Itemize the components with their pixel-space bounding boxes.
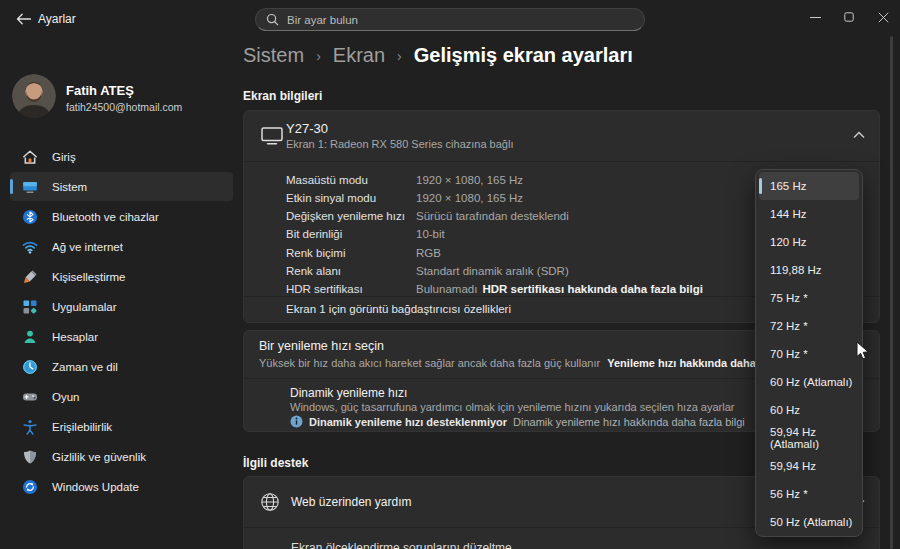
maximize-icon bbox=[844, 12, 854, 22]
dropdown-option[interactable]: 59,94 Hz bbox=[759, 452, 859, 480]
user-email: fatih24500@hotmail.com bbox=[66, 101, 182, 113]
dropdown-option[interactable]: 50 Hz (Atlamalı) bbox=[759, 508, 859, 536]
display-info-header: Ekran bilgileri bbox=[243, 89, 322, 103]
dynamic-refresh-info-link[interactable]: Dinamik yenileme hızı hakkında daha fazl… bbox=[513, 416, 745, 428]
breadcrumb: Sistem › Ekran › Gelişmiş ekran ayarları bbox=[243, 44, 633, 67]
dropdown-option[interactable]: 119,88 Hz bbox=[759, 256, 859, 284]
breadcrumb-system[interactable]: Sistem bbox=[243, 44, 304, 67]
dropdown-option[interactable]: 70 Hz * bbox=[759, 340, 859, 368]
user-photo bbox=[12, 74, 56, 118]
scrollbar[interactable] bbox=[890, 36, 893, 549]
detail-value: Bulunamadı bbox=[416, 283, 477, 295]
sidebar-item-label: Uygulamalar bbox=[52, 301, 117, 313]
sidebar-nav: GirişSistemBluetooth ve cihazlarAğ ve in… bbox=[10, 142, 233, 502]
sidebar-item-label: Ağ ve internet bbox=[52, 241, 123, 253]
dropdown-option[interactable]: 144 Hz bbox=[759, 200, 859, 228]
dropdown-option[interactable]: 165 Hz bbox=[759, 172, 859, 200]
back-button[interactable] bbox=[10, 9, 36, 29]
dropdown-option[interactable]: 60 Hz (Atlamalı) bbox=[759, 368, 859, 396]
adapter-properties-link[interactable]: Ekran 1 için görüntü bağdaştırıcısı özel… bbox=[286, 303, 511, 315]
sidebar-item-accounts[interactable]: Hesaplar bbox=[10, 322, 233, 351]
user-name: Fatih ATEŞ bbox=[66, 83, 134, 98]
sidebar-item-bluetooth[interactable]: Bluetooth ve cihazlar bbox=[10, 202, 233, 231]
sidebar-item-network[interactable]: Ağ ve internet bbox=[10, 232, 233, 261]
dropdown-option[interactable]: 60 Hz bbox=[759, 396, 859, 424]
minimize-button[interactable] bbox=[798, 0, 832, 34]
info-icon bbox=[290, 415, 303, 428]
back-arrow-icon bbox=[16, 13, 31, 25]
search-placeholder: Bir ayar bulun bbox=[287, 14, 358, 26]
sidebar-item-label: Hesaplar bbox=[52, 331, 98, 343]
close-button[interactable] bbox=[866, 0, 900, 34]
maximize-button[interactable] bbox=[832, 0, 866, 34]
detail-label: Değişken yenileme hızı bbox=[286, 210, 416, 222]
sidebar-item-label: Gizlilik ve güvenlik bbox=[52, 451, 146, 463]
dropdown-option[interactable]: 59,94 Hz (Atlamalı) bbox=[759, 424, 859, 452]
avatar[interactable] bbox=[12, 74, 56, 118]
detail-value: 1920 × 1080, 165 Hz bbox=[416, 174, 523, 186]
monitor-subtitle: Ekran 1: Radeon RX 580 Series cihazına b… bbox=[286, 138, 513, 150]
web-help-label: Web üzerinden yardım bbox=[291, 495, 412, 509]
dynamic-refresh-status-line: Dinamik yenileme hızı desteklenmiyor Din… bbox=[290, 415, 745, 428]
bluetooth-icon bbox=[22, 209, 38, 225]
sidebar-item-time-language[interactable]: Zaman ve dil bbox=[10, 352, 233, 381]
refresh-rate-subtitle: Yüksek bir hız daha akıcı hareket sağlar… bbox=[259, 357, 809, 369]
sidebar-item-system[interactable]: Sistem bbox=[10, 172, 233, 201]
search-icon bbox=[266, 13, 279, 26]
detail-value: RGB bbox=[416, 247, 441, 259]
update-icon bbox=[22, 479, 38, 495]
sidebar-item-accessibility[interactable]: Erişilebilirlik bbox=[10, 412, 233, 441]
detail-label: HDR sertifikası bbox=[286, 283, 416, 295]
system-icon bbox=[22, 179, 38, 195]
sidebar: Fatih ATEŞ fatih24500@hotmail.com GirişS… bbox=[0, 36, 243, 549]
detail-value: 10-bit bbox=[416, 228, 445, 240]
monitor-name: Y27-30 bbox=[286, 121, 328, 136]
page-title: Gelişmiş ekran ayarları bbox=[414, 44, 633, 67]
sidebar-item-label: Kişiselleştirme bbox=[52, 271, 126, 283]
gaming-icon bbox=[22, 389, 38, 405]
sidebar-item-home[interactable]: Giriş bbox=[10, 142, 233, 171]
detail-label: Renk alanı bbox=[286, 265, 416, 277]
personalization-icon bbox=[22, 269, 38, 285]
support-header: İlgili destek bbox=[243, 456, 308, 470]
support-link-scaling[interactable]: Ekran ölçeklendirme sorunlarını düzeltme bbox=[291, 541, 512, 549]
search-input[interactable]: Bir ayar bulun bbox=[255, 8, 645, 31]
dynamic-refresh-title: Dinamik yenileme hızı bbox=[290, 386, 407, 400]
dropdown-option[interactable]: 72 Hz * bbox=[759, 312, 859, 340]
breadcrumb-display[interactable]: Ekran bbox=[333, 44, 385, 67]
close-icon bbox=[878, 12, 889, 23]
sidebar-item-label: Erişilebilirlik bbox=[52, 421, 112, 433]
detail-label: Renk biçimi bbox=[286, 247, 416, 259]
globe-icon bbox=[260, 492, 280, 516]
time-icon bbox=[22, 359, 38, 375]
dynamic-refresh-description: Windows, güç tasarrufuna yardımcı olmak … bbox=[290, 401, 734, 413]
hdr-info-link[interactable]: HDR sertifikası hakkında daha fazla bilg… bbox=[482, 283, 702, 295]
app-title: Ayarlar bbox=[38, 12, 76, 26]
detail-label: Etkin sinyal modu bbox=[286, 192, 416, 204]
dropdown-option[interactable]: 56 Hz * bbox=[759, 480, 859, 508]
monitor-icon bbox=[260, 126, 284, 150]
chevron-up-icon bbox=[853, 131, 865, 139]
accessibility-icon bbox=[22, 419, 38, 435]
dropdown-option[interactable]: 75 Hz * bbox=[759, 284, 859, 312]
sidebar-item-personalization[interactable]: Kişiselleştirme bbox=[10, 262, 233, 291]
refresh-rate-title: Bir yenileme hızı seçin bbox=[259, 339, 384, 353]
sidebar-item-gaming[interactable]: Oyun bbox=[10, 382, 233, 411]
sidebar-item-apps[interactable]: Uygulamalar bbox=[10, 292, 233, 321]
collapse-button[interactable] bbox=[853, 131, 865, 139]
sidebar-item-windows-update[interactable]: Windows Update bbox=[10, 472, 233, 501]
detail-label: Masaüstü modu bbox=[286, 174, 416, 186]
detail-label: Bit derinliği bbox=[286, 228, 416, 240]
sidebar-item-label: Giriş bbox=[52, 151, 76, 163]
dropdown-option[interactable]: 120 Hz bbox=[759, 228, 859, 256]
minimize-icon bbox=[810, 12, 821, 23]
sidebar-item-label: Windows Update bbox=[52, 481, 139, 493]
sidebar-item-label: Sistem bbox=[52, 181, 87, 193]
privacy-icon bbox=[22, 449, 38, 465]
sidebar-item-label: Bluetooth ve cihazlar bbox=[52, 211, 159, 223]
chevron-right-icon: › bbox=[397, 48, 402, 64]
apps-icon bbox=[22, 299, 38, 315]
sidebar-item-label: Zaman ve dil bbox=[52, 361, 118, 373]
sidebar-item-privacy[interactable]: Gizlilik ve güvenlik bbox=[10, 442, 233, 471]
network-icon bbox=[22, 239, 38, 255]
